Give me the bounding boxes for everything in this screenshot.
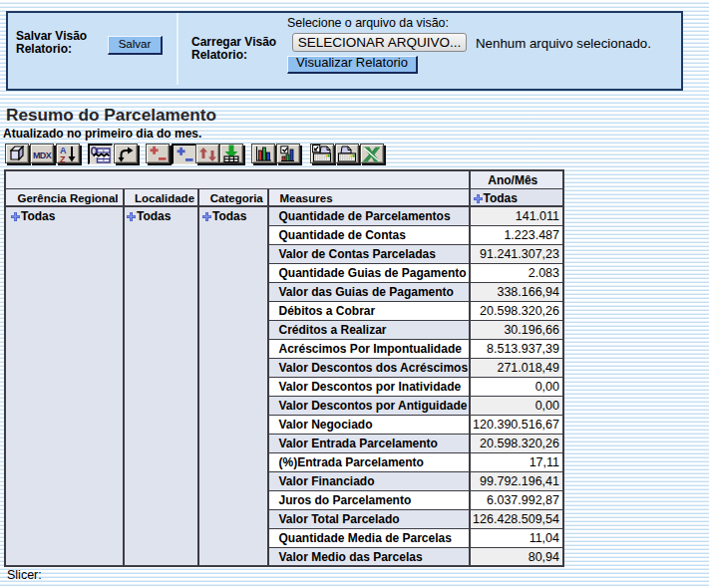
svg-text:Z: Z (60, 154, 66, 163)
